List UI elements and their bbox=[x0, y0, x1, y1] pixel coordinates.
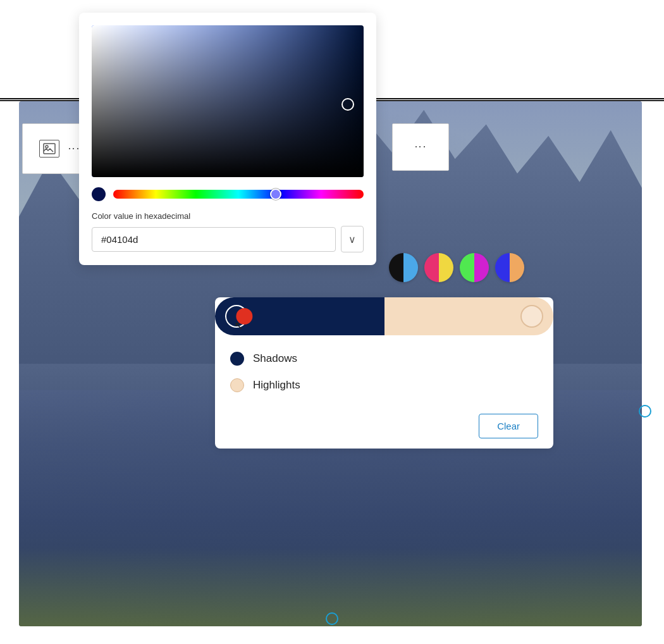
color-preview-dot bbox=[92, 187, 106, 201]
shadows-item: Shadows bbox=[230, 345, 538, 372]
shadows-label: Shadows bbox=[253, 352, 297, 365]
hue-thumb[interactable] bbox=[270, 189, 281, 200]
right-panel: ⋮ bbox=[392, 123, 449, 171]
color-adjustment-panel: ↖ Shadows Highlights Clear bbox=[215, 297, 553, 449]
hex-label: Color value in hexadecimal bbox=[92, 211, 364, 221]
preset-1[interactable] bbox=[389, 253, 418, 282]
preset-3[interactable] bbox=[460, 253, 489, 282]
chevron-down-icon: ∨ bbox=[348, 233, 356, 245]
clear-button-row: Clear bbox=[215, 409, 553, 449]
highlights-item: Highlights bbox=[230, 372, 538, 399]
shadows-dot bbox=[230, 352, 244, 366]
right-panel-menu[interactable]: ⋮ bbox=[414, 141, 427, 153]
hex-input-row: ∨ bbox=[92, 226, 364, 252]
gradient-black-overlay bbox=[92, 25, 364, 177]
highlights-dot bbox=[230, 378, 244, 392]
shadow-handle-container: ↖ bbox=[225, 305, 248, 328]
hue-slider[interactable] bbox=[113, 190, 364, 199]
clear-button[interactable]: Clear bbox=[479, 414, 538, 438]
hue-slider-row bbox=[92, 187, 364, 201]
color-presets bbox=[389, 253, 524, 282]
sliders-row: ↖ bbox=[215, 297, 553, 335]
highlight-slider[interactable] bbox=[384, 297, 554, 335]
preset-2[interactable] bbox=[424, 253, 453, 282]
preset-4[interactable] bbox=[495, 253, 524, 282]
hex-input[interactable] bbox=[92, 227, 336, 252]
highlight-circle bbox=[520, 305, 543, 328]
decorative-dot-right bbox=[639, 405, 651, 418]
decorative-dot-bottom bbox=[326, 612, 338, 625]
highlights-label: Highlights bbox=[253, 379, 300, 392]
svg-point-1 bbox=[46, 146, 48, 148]
color-picker-popup: Color value in hexadecimal ∨ bbox=[79, 13, 376, 265]
color-gradient-picker[interactable] bbox=[92, 25, 364, 177]
picker-handle[interactable] bbox=[341, 98, 354, 111]
shadow-slider[interactable]: ↖ bbox=[215, 297, 384, 335]
labels-row: Shadows Highlights bbox=[215, 335, 553, 409]
cursor-icon: ↖ bbox=[234, 319, 243, 333]
image-icon bbox=[39, 140, 59, 158]
hex-dropdown-button[interactable]: ∨ bbox=[341, 226, 364, 252]
